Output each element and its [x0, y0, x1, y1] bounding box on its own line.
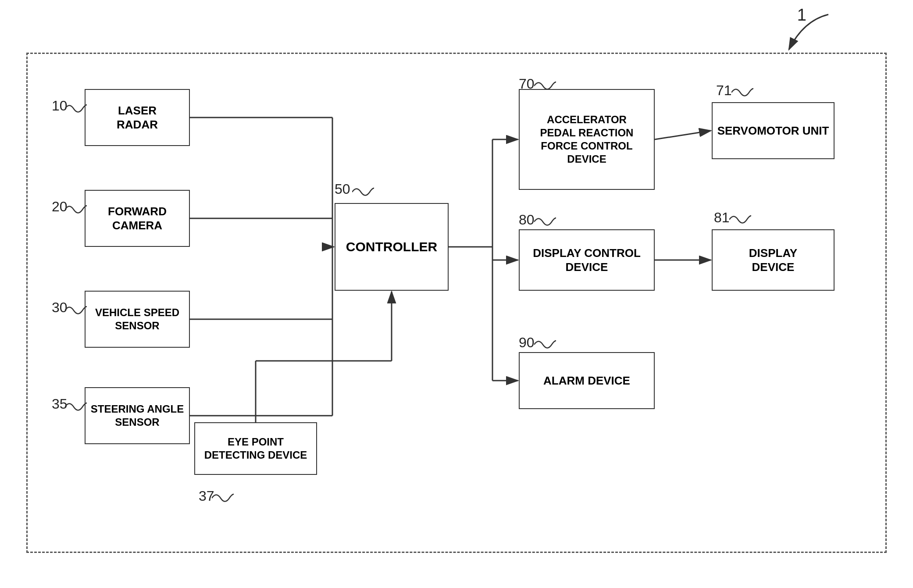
- connections-svg: [28, 54, 885, 552]
- svg-line-16: [655, 131, 711, 139]
- diagram-container: 1 LASERRADAR 10 FORWARDCAMERA 20 VEHICLE…: [26, 53, 887, 553]
- ref-arrow-1: [776, 10, 846, 58]
